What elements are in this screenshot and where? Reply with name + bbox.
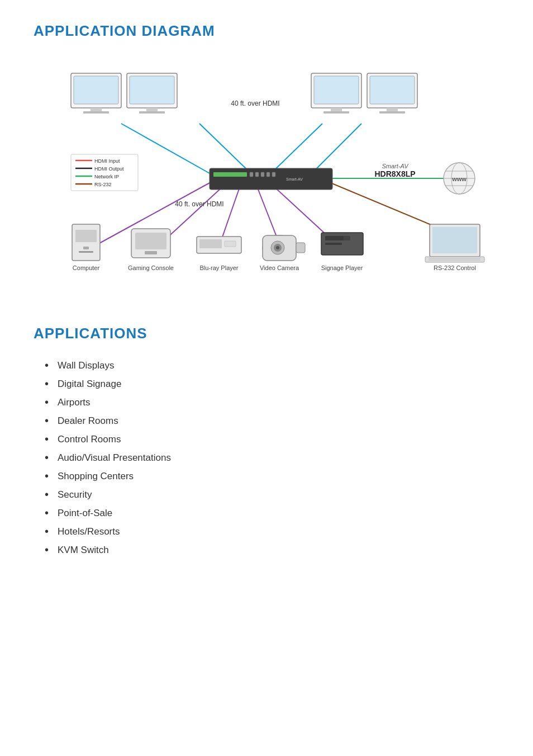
- application-item-9: Hotels/Resorts: [45, 525, 499, 538]
- device-video-camera-label: Video Camera: [260, 264, 299, 271]
- legend-rs232: RS-232: [94, 182, 112, 187]
- diagram-section: APPLICATION DIAGRAM 40 ft. over HDMI: [34, 22, 499, 297]
- applications-list: Wall DisplaysDigital SignageAirportsDeal…: [34, 359, 499, 556]
- svg-rect-66: [432, 227, 477, 253]
- legend-network-ip: Network IP: [94, 174, 119, 179]
- brand-label: Smart-AV: [382, 163, 409, 169]
- svg-rect-50: [135, 233, 166, 249]
- application-item-0: Wall Displays: [45, 359, 499, 372]
- svg-line-3: [272, 124, 322, 172]
- legend-hdmi-input: HDMI Input: [94, 158, 120, 164]
- svg-rect-51: [145, 251, 157, 254]
- svg-point-59: [276, 246, 279, 249]
- svg-rect-64: [344, 236, 350, 240]
- svg-rect-26: [379, 111, 405, 114]
- www-label: www: [451, 176, 467, 182]
- svg-rect-67: [425, 257, 484, 262]
- svg-rect-27: [210, 168, 332, 190]
- svg-rect-48: [79, 251, 93, 253]
- svg-rect-22: [323, 111, 349, 114]
- svg-line-2: [199, 124, 250, 172]
- applications-section: APPLICATIONS Wall DisplaysDigital Signag…: [34, 325, 499, 556]
- svg-rect-53: [199, 239, 222, 248]
- svg-rect-60: [296, 243, 305, 253]
- diagram-title: APPLICATION DIAGRAM: [34, 22, 499, 40]
- svg-rect-20: [314, 76, 359, 104]
- device-computer-label: Computer: [73, 264, 100, 271]
- svg-rect-33: [272, 172, 275, 177]
- applications-title: APPLICATIONS: [34, 325, 499, 342]
- label-40ft-top: 40 ft. over HDMI: [231, 100, 279, 107]
- application-item-2: Airports: [45, 396, 499, 409]
- svg-rect-24: [370, 76, 415, 104]
- device-name-label: HDR8X8LP: [374, 169, 415, 178]
- svg-line-1: [311, 124, 361, 174]
- application-item-1: Digital Signage: [45, 377, 499, 390]
- device-signage-player-label: Signage Player: [321, 264, 363, 271]
- svg-rect-31: [261, 172, 264, 177]
- svg-rect-16: [130, 76, 174, 104]
- application-item-4: Control Rooms: [45, 433, 499, 446]
- svg-rect-45: [72, 224, 100, 261]
- svg-rect-28: [213, 172, 247, 177]
- application-item-10: KVM Switch: [45, 544, 499, 556]
- svg-text:Smart-AV: Smart-AV: [286, 177, 303, 181]
- svg-rect-12: [74, 76, 118, 104]
- device-gaming-console-label: Gaming Console: [128, 264, 174, 271]
- label-40ft-bottom: 40 ft. over HDMI: [175, 200, 223, 208]
- application-item-3: Dealer Rooms: [45, 414, 499, 427]
- diagram-svg: 40 ft. over HDMI 40 ft. over HDMI: [37, 56, 496, 297]
- diagram-wrapper: 40 ft. over HDMI 40 ft. over HDMI: [37, 56, 496, 297]
- svg-rect-63: [325, 243, 342, 245]
- svg-rect-29: [250, 172, 253, 177]
- svg-rect-14: [83, 111, 109, 114]
- application-item-5: Audio/Visual Presentations: [45, 451, 499, 464]
- svg-rect-54: [225, 241, 236, 247]
- svg-rect-32: [266, 172, 270, 177]
- svg-rect-30: [255, 172, 259, 177]
- application-item-8: Point-of-Sale: [45, 507, 499, 519]
- svg-rect-18: [139, 111, 165, 114]
- application-item-7: Security: [45, 488, 499, 501]
- device-rs232-label: RS-232 Control: [434, 264, 476, 271]
- device-bluray-label: Blu-ray Player: [199, 264, 238, 271]
- svg-rect-47: [83, 247, 89, 249]
- application-item-6: Shopping Centers: [45, 470, 499, 483]
- svg-rect-46: [75, 230, 97, 242]
- legend-hdmi-output: HDMI Output: [94, 166, 124, 172]
